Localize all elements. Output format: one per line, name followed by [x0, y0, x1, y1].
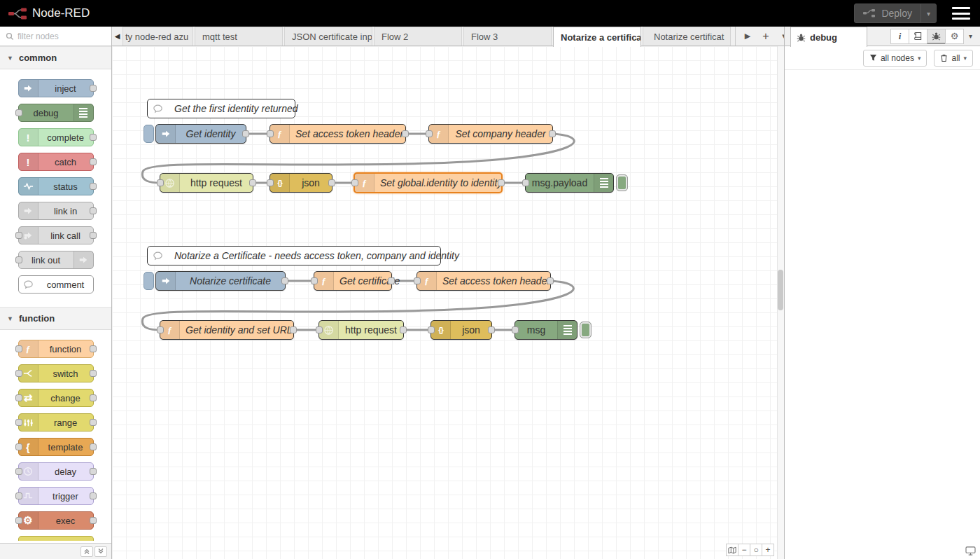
palette-search-input[interactable] [18, 32, 102, 41]
input-port[interactable] [15, 256, 22, 263]
http-request-node[interactable]: http request [160, 173, 253, 193]
output-port[interactable] [290, 326, 297, 333]
input-port[interactable] [15, 370, 22, 377]
palette-node-comment[interactable]: comment [18, 275, 94, 294]
inject-node[interactable]: Notarize certificate [155, 271, 286, 291]
tab-subflow[interactable]: Notarize certificat [643, 27, 731, 46]
function-node[interactable]: ƒ Set company header [428, 124, 553, 144]
function-node[interactable]: ƒ Set access token header [416, 271, 551, 291]
palette-node-range[interactable]: range [18, 413, 94, 432]
open-window-icon[interactable] [965, 546, 976, 555]
palette-node-exec[interactable]: ⚙ exec [18, 511, 94, 530]
settings-tab-button[interactable]: ⚙ [945, 29, 964, 44]
inject-button[interactable] [144, 272, 154, 290]
output-port[interactable] [402, 130, 409, 137]
output-port[interactable] [488, 326, 495, 333]
input-port[interactable] [311, 277, 318, 284]
help-book-button[interactable] [909, 29, 927, 44]
output-port[interactable] [242, 130, 249, 137]
output-port[interactable] [90, 468, 97, 475]
input-port[interactable] [15, 345, 22, 352]
palette-node-inject[interactable]: inject [18, 79, 94, 97]
comment-node[interactable]: Get the first identity returned [147, 99, 295, 118]
output-port[interactable] [90, 443, 97, 450]
sidebar-options-caret[interactable]: ▾ [964, 32, 977, 40]
function-node[interactable]: ƒ Get certificate [314, 271, 392, 291]
palette-node-switch[interactable]: switch [18, 364, 94, 382]
scrollbar-thumb[interactable] [778, 270, 783, 310]
output-port[interactable] [90, 232, 97, 239]
input-port[interactable] [267, 179, 274, 186]
input-port[interactable] [522, 179, 529, 186]
tab-flow-1[interactable]: mqtt test [195, 27, 283, 46]
output-port[interactable] [90, 158, 97, 165]
canvas-vertical-scrollbar[interactable] [777, 46, 784, 559]
debug-filter-button[interactable]: all nodes ▾ [863, 50, 927, 67]
palette-node-complete[interactable]: ! complete [18, 128, 94, 146]
input-port[interactable] [15, 419, 22, 426]
function-node-selected[interactable]: ƒ Set global.identity to identity [354, 172, 503, 193]
debug-tab-button[interactable] [927, 29, 946, 44]
input-port[interactable] [15, 232, 22, 239]
palette-node-status[interactable]: status [18, 177, 94, 195]
input-port[interactable] [426, 130, 433, 137]
output-port[interactable] [90, 85, 97, 92]
output-port[interactable] [90, 134, 97, 141]
input-port[interactable] [267, 130, 274, 137]
palette-node-trigger[interactable]: trigger [18, 487, 94, 505]
output-port[interactable] [90, 345, 97, 352]
palette-node-link-in[interactable]: link in [18, 202, 94, 220]
input-port[interactable] [15, 394, 22, 401]
flow-canvas[interactable]: Get the first identity returned Get iden… [112, 46, 784, 559]
debug-clear-button[interactable]: all ▾ [934, 50, 973, 67]
inject-node[interactable]: Get identity [155, 124, 246, 144]
tab-flow-0[interactable]: ty node-red azu [122, 27, 193, 46]
palette-search[interactable] [0, 27, 111, 46]
palette-node-function[interactable]: ƒ function [18, 340, 94, 358]
output-port[interactable] [249, 179, 256, 186]
json-node[interactable]: {} json [430, 320, 492, 340]
debug-node[interactable]: msg.payload [525, 173, 614, 193]
input-port[interactable] [15, 109, 22, 116]
palette-node-change[interactable]: ⇄ change [18, 389, 94, 407]
output-port[interactable] [547, 277, 554, 284]
tab-flow-3[interactable]: Flow 2 [374, 27, 462, 46]
function-node[interactable]: ƒ Set access token header [270, 124, 406, 144]
palette-node-link-out[interactable]: link out [18, 251, 94, 269]
palette-node-template[interactable]: { template [18, 438, 94, 456]
comment-node[interactable]: Notarize a Certificate - needs access to… [147, 246, 441, 265]
palette-node-link-call[interactable]: link call [18, 226, 94, 244]
tab-flow-active[interactable]: Notarize a certifica [553, 27, 641, 47]
palette-category-function[interactable]: ▼ function [0, 307, 111, 330]
output-port[interactable] [90, 183, 97, 190]
input-port[interactable] [351, 179, 358, 186]
output-port[interactable] [400, 326, 407, 333]
palette-node-catch[interactable]: ! catch [18, 153, 94, 171]
output-port[interactable] [388, 277, 395, 284]
input-port[interactable] [15, 492, 22, 499]
zoom-reset-button[interactable]: ○ [750, 544, 762, 556]
palette-category-common[interactable]: ▼ common [0, 46, 111, 69]
input-port[interactable] [512, 326, 519, 333]
input-port[interactable] [157, 326, 164, 333]
palette-node-delay[interactable]: delay [18, 462, 94, 481]
tab-flow-4[interactable]: Flow 3 [463, 27, 552, 46]
tab-flow-2[interactable]: JSON certificate inp [284, 27, 372, 46]
input-port[interactable] [15, 468, 22, 475]
output-port[interactable] [328, 179, 335, 186]
info-tab-button[interactable]: i [890, 29, 909, 44]
inject-button[interactable] [144, 125, 154, 143]
input-port[interactable] [316, 326, 323, 333]
output-port[interactable] [549, 130, 556, 137]
input-port[interactable] [428, 326, 435, 333]
tab-scroll-right-button[interactable]: ▶ [740, 29, 755, 44]
input-port[interactable] [414, 277, 421, 284]
debug-toggle-button[interactable] [616, 174, 628, 191]
zoom-in-button[interactable]: + [762, 544, 774, 556]
input-port[interactable] [157, 179, 164, 186]
zoom-out-button[interactable]: − [738, 544, 750, 556]
collapse-all-button[interactable] [80, 546, 93, 557]
output-port[interactable] [90, 492, 97, 499]
debug-toggle-button[interactable] [580, 322, 592, 338]
output-port[interactable] [90, 419, 97, 426]
